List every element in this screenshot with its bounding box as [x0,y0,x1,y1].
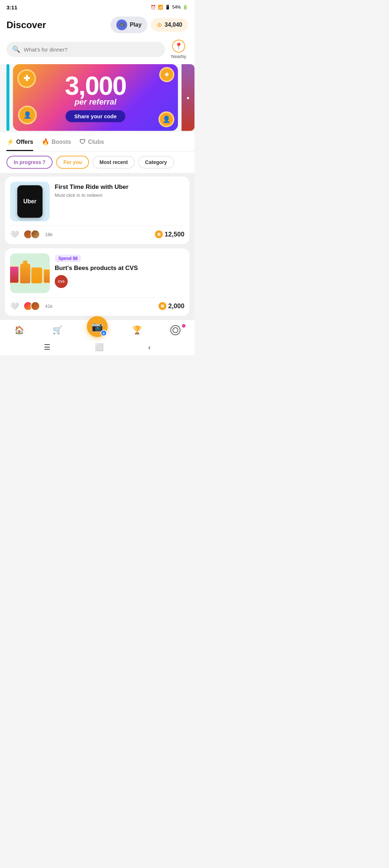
banner-right-icon: ● [187,95,189,101]
uber-phone-visual: Uber [17,185,43,218]
signal-icon: 📱 [165,5,170,10]
referral-banner[interactable]: ✚ ✚ 👤 👤 3,000 per referral Share your co… [13,64,178,131]
offer-card-top-cvs: Spend $8 Burt's Bees products at CVS CVS [10,253,184,293]
wifi-icon: 📶 [158,5,163,10]
chip-for-you[interactable]: For you [56,156,89,169]
product-pack-2 [31,267,42,283]
status-icons: ⏰ 📶 📱 54% 🔋 [151,5,188,10]
header-actions: 🎮 Play ⊕ 34,040 [111,17,188,33]
nearby-label: Nearby [171,54,186,59]
offer-image-cvs [10,253,50,293]
sys-nav-home[interactable]: ⬜ [95,343,104,351]
avatars-uber [23,230,40,239]
system-nav-bar: ☰ ⬜ ‹ [0,339,194,355]
offers-icon: ⚡ [6,138,14,146]
avatars-cvs [23,301,40,311]
offer-likes-uber: 🤍 18k [10,230,53,239]
app-header: Discover 🎮 Play ⊕ 34,040 [0,13,194,37]
avatar-cvs-2 [31,301,40,311]
page-title: Discover [6,19,46,31]
product-pack-3 [43,269,50,283]
points-amount-cvs: 2,000 [168,302,184,310]
camera-badge-letter: e [103,331,105,335]
tab-clubs-label: Clubs [88,139,104,145]
offer-likes-cvs: 🤍 41k [10,301,53,311]
like-count-uber: 18k [45,232,53,237]
like-count-cvs: 41k [45,304,53,309]
location-pin-icon: 📍 [175,42,183,50]
chip-most-recent[interactable]: Most recent [93,156,135,168]
camera-fab-button[interactable]: 📷 e [87,316,108,337]
nav-cart[interactable]: 🛒 [49,326,67,335]
play-button[interactable]: 🎮 Play [111,17,147,33]
rewards-notification-badge [182,324,185,328]
offers-list: Uber First Time Ride with Uber Must clic… [0,173,194,319]
offer-bottom-cvs: 🤍 41k ⊕ 2,000 [10,297,184,311]
search-icon: 🔍 [12,45,20,53]
referral-banner-container: ✚ ✚ 👤 👤 3,000 per referral Share your co… [0,64,194,131]
tab-offers-label: Offers [16,139,33,145]
uber-brand-text: Uber [23,198,36,205]
home-icon: 🏠 [14,326,24,335]
status-time: 3:11 [6,4,17,10]
sys-nav-menu[interactable]: ☰ [44,343,50,351]
offer-title-cvs: Burt's Bees products at CVS [55,264,184,272]
offer-points-uber: ⊕ 12,500 [155,230,184,238]
search-input[interactable] [24,46,159,53]
points-coin-uber: ⊕ [155,230,163,238]
clubs-icon: 🛡 [80,138,86,146]
banner-right-accent: ● [182,64,194,131]
filter-chips: In progress 7 For you Most recent Catego… [0,151,194,173]
points-button[interactable]: ⊕ 34,040 [151,18,188,32]
nearby-icon-wrap: 📍 [172,40,185,53]
nav-home[interactable]: 🏠 [10,326,28,335]
trophy-icon: 🏆 [132,326,142,335]
offer-tag-cvs: Spend $8 [55,255,81,262]
offer-image-uber: Uber [10,182,50,221]
banner-coin-tl: ✚ [17,69,36,88]
product-pack-1 [10,266,19,283]
banner-coin-bl: 👤 [18,106,37,124]
chip-in-progress[interactable]: In progress 7 [6,156,53,169]
tab-clubs[interactable]: 🛡 Clubs [80,135,104,151]
play-icon: 🎮 [116,19,127,30]
share-code-label: Share your code [74,113,117,119]
category-tabs: ⚡ Offers 🔥 Boosts 🛡 Clubs [0,132,194,151]
points-coin-icon: ⊕ [157,21,162,29]
search-row: 🔍 📍 Nearby [0,37,194,64]
heart-icon-cvs[interactable]: 🤍 [10,302,19,310]
share-code-button[interactable]: Share your code [66,110,125,122]
product-bottle [20,264,30,283]
nav-rewards[interactable] [166,325,184,335]
cvs-brand-logo: CVS [55,275,68,288]
banner-subtitle: per referral [75,97,116,107]
camera-badge: e [100,330,107,336]
offer-card-top: Uber First Time Ride with Uber Must clic… [10,182,184,221]
chip-in-progress-label: In progress 7 [14,159,45,165]
nearby-button[interactable]: 📍 Nearby [169,40,188,59]
boosts-icon: 🔥 [42,138,49,146]
sys-nav-back[interactable]: ‹ [148,343,151,351]
offer-info-uber: First Time Ride with Uber Must click in … [55,182,184,198]
cvs-brand-label: CVS [58,280,65,283]
offer-info-cvs: Spend $8 Burt's Bees products at CVS CVS [55,253,184,288]
heart-icon-uber[interactable]: 🤍 [10,230,19,239]
search-bar[interactable]: 🔍 [6,42,165,57]
tab-boosts[interactable]: 🔥 Boosts [42,134,71,151]
offer-card-uber[interactable]: Uber First Time Ride with Uber Must clic… [5,177,189,244]
banner-left-accent [6,64,9,131]
nav-trophy[interactable]: 🏆 [128,326,146,335]
play-symbol: 🎮 [119,22,125,28]
rewards-circle-icon [170,325,180,335]
play-label: Play [130,22,142,28]
chip-category[interactable]: Category [138,156,174,168]
points-value: 34,040 [165,22,182,28]
tab-offers[interactable]: ⚡ Offers [6,134,33,151]
offer-card-cvs[interactable]: Spend $8 Burt's Bees products at CVS CVS… [5,248,189,316]
banner-coin-tr: ✚ [159,67,174,82]
rewards-inner-icon [173,327,178,333]
cvs-products-visual [10,261,50,286]
offer-points-cvs: ⊕ 2,000 [158,302,184,310]
alarm-icon: ⏰ [151,5,156,10]
points-amount-uber: 12,500 [165,231,184,238]
